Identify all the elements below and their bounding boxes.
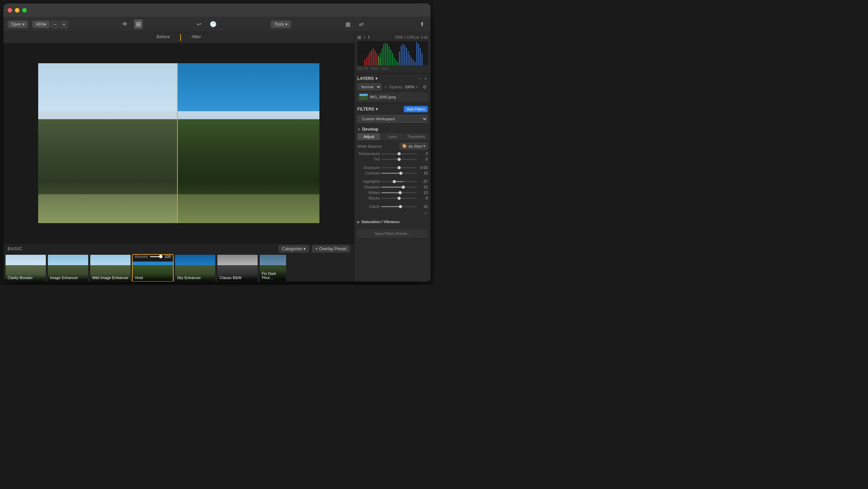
- image-viewer[interactable]: [3, 43, 354, 243]
- svg-rect-22: [399, 51, 400, 65]
- export-button[interactable]: ⬆: [418, 19, 426, 29]
- white-balance-value: As Shot: [408, 144, 422, 148]
- tab-transform[interactable]: Transform: [405, 133, 428, 140]
- saturation-header[interactable]: ▶ Saturation / Vibrance: [357, 218, 428, 225]
- layer-name: IMG_0080.jpeg: [370, 95, 426, 99]
- preset-clarity-booster[interactable]: Clarity Booster: [5, 254, 47, 282]
- saturation-arrow-icon: ▶: [357, 220, 360, 224]
- histogram-toggle-button[interactable]: ▦: [343, 19, 353, 29]
- white-balance-select[interactable]: 🎨 As Shot ▾: [400, 143, 428, 149]
- temperature-label: Temperature: [357, 152, 380, 156]
- bit-depth: 8-bit: [421, 35, 428, 39]
- exposure-slider[interactable]: [381, 167, 417, 168]
- amount-value: 100: [165, 254, 171, 259]
- reset-button[interactable]: ↺: [424, 211, 428, 216]
- highlights-slider[interactable]: [381, 181, 417, 182]
- contrast-thumb: [399, 172, 402, 175]
- tab-adjust[interactable]: Adjust: [357, 133, 380, 140]
- zoom-value-button[interactable]: 46% ▾: [32, 21, 50, 28]
- split-line[interactable]: [177, 63, 178, 223]
- develop-section: ▼ Develop Adjust Lens Transform White Ba…: [357, 125, 428, 225]
- clarity-reset-row: ↺: [357, 211, 428, 216]
- preset-image-enhancer[interactable]: Image Enhancer: [47, 254, 89, 282]
- preset-classic-bw-label: Classic B&W: [217, 274, 258, 281]
- minimize-button[interactable]: [15, 8, 19, 13]
- focal-length: 4mm: [371, 67, 378, 71]
- zoom-in-button[interactable]: +: [60, 21, 68, 28]
- close-button[interactable]: [8, 8, 12, 13]
- svg-rect-18: [392, 53, 393, 65]
- preset-classic-bw[interactable]: Classic B&W: [217, 254, 258, 282]
- white-balance-row: White Balance 🎨 As Shot ▾: [357, 143, 428, 149]
- filters-section: FILTERS ▾ Add Filters Custom Workspace ▼…: [354, 104, 431, 282]
- tools-button[interactable]: Tools ▾: [271, 21, 291, 28]
- workspace-select[interactable]: Custom Workspace: [357, 115, 428, 123]
- categories-button[interactable]: Categories ▾: [278, 245, 309, 253]
- histogram-icons: ▦ ⟡ ℹ: [357, 35, 370, 40]
- preset-mild-image-enhancer[interactable]: Mild Image Enhancer: [90, 254, 131, 282]
- svg-rect-4: [371, 50, 372, 65]
- open-button[interactable]: Open ▾: [8, 21, 28, 28]
- info-icon[interactable]: ℹ: [368, 35, 370, 40]
- history-button[interactable]: 🕐: [208, 19, 219, 29]
- overlay-preset-button[interactable]: + Overlay Preset: [312, 245, 350, 253]
- svg-rect-31: [415, 62, 416, 65]
- layer-thumbnail: [359, 94, 368, 100]
- svg-rect-24: [402, 44, 403, 65]
- temperature-slider[interactable]: [381, 153, 417, 154]
- svg-rect-23: [401, 46, 402, 65]
- tab-lens[interactable]: Lens: [381, 133, 404, 140]
- preset-fix-dark[interactable]: Fix Dark Phot…: [259, 254, 287, 282]
- titlebar: [3, 3, 431, 17]
- aperture: f/1.8: [381, 67, 388, 71]
- save-filters-preset-button[interactable]: Save Filters Preset...: [357, 229, 428, 238]
- filters-title[interactable]: FILTERS ▾: [357, 107, 378, 112]
- app-window: Open ▾ 46% ▾ − + 👁 ⊟ ↩ 🕐 Tools ▾ ▦ ⇄ ⬆: [3, 3, 431, 282]
- develop-header[interactable]: ▼ Develop: [357, 125, 428, 133]
- layers-add-button[interactable]: +: [424, 76, 428, 81]
- svg-rect-1: [366, 58, 367, 65]
- tint-label: Tint: [357, 157, 380, 161]
- split-view-button[interactable]: ⊟: [134, 19, 143, 29]
- zoom-out-button[interactable]: −: [51, 21, 59, 28]
- blend-mode-select[interactable]: Normal: [357, 83, 382, 90]
- shadows-fill: [381, 187, 403, 188]
- preset-sky-enhancer-sky: [175, 255, 215, 267]
- tint-slider[interactable]: [381, 159, 417, 160]
- clarity-slider[interactable]: [381, 206, 417, 207]
- layers-title[interactable]: LAYERS ▾: [357, 76, 377, 81]
- wb-icon: 🎨: [402, 144, 407, 148]
- maximize-button[interactable]: [22, 8, 27, 13]
- amount-slider[interactable]: [150, 256, 162, 257]
- preset-vivid[interactable]: Amount 100 Vivid: [132, 254, 174, 282]
- preset-fix-dark-sky: [260, 255, 286, 267]
- contrast-slider[interactable]: [381, 173, 417, 174]
- undo-button[interactable]: ↩: [195, 19, 203, 29]
- contrast-fill: [381, 173, 401, 174]
- svg-rect-27: [408, 51, 409, 65]
- preset-sky-enhancer[interactable]: Sky Enhancer: [174, 254, 216, 282]
- layer-settings-button[interactable]: ⚙: [422, 84, 428, 90]
- adjustments-toggle-button[interactable]: ⇄: [357, 19, 366, 29]
- develop-tabs: Adjust Lens Transform: [357, 133, 428, 140]
- layers-minimize-button[interactable]: −: [417, 76, 422, 81]
- waveform-icon[interactable]: ⟡: [363, 35, 366, 40]
- svg-rect-34: [420, 48, 421, 65]
- layer-item[interactable]: IMG_0080.jpeg: [357, 92, 428, 101]
- canvas-area: Before After: [3, 32, 354, 282]
- tint-value: 0: [418, 157, 428, 161]
- histogram-svg: [357, 41, 428, 65]
- histogram-icon[interactable]: ▦: [357, 35, 361, 40]
- svg-rect-16: [389, 46, 390, 65]
- contrast-label: Contrast: [357, 171, 380, 175]
- opacity-row: Opacity: 100% ▾: [389, 85, 420, 89]
- exposure-row: Exposure 0.00: [357, 165, 428, 170]
- highlights-thumb: [393, 180, 396, 183]
- layers-actions: − +: [417, 76, 428, 81]
- add-filters-button[interactable]: Add Filters: [404, 106, 428, 112]
- blacks-slider[interactable]: [381, 198, 417, 199]
- whites-slider[interactable]: [381, 192, 417, 193]
- saturation-label: Saturation / Vibrance: [361, 220, 400, 224]
- shadows-slider[interactable]: [381, 187, 417, 188]
- preview-toggle-button[interactable]: 👁: [120, 20, 130, 29]
